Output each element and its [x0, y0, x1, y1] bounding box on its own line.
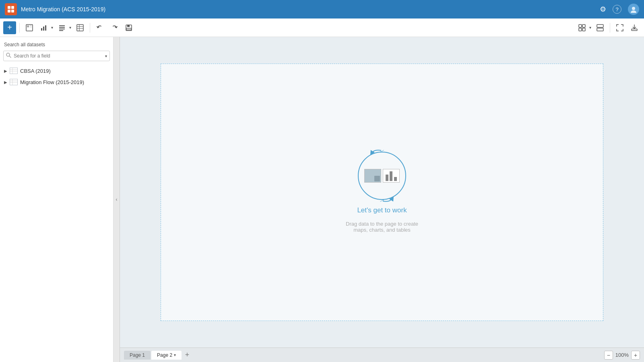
dataset-item-cbsa[interactable]: ▶ CBSA (2019)	[0, 65, 113, 76]
svg-rect-28	[597, 25, 603, 27]
list-arrow[interactable]: ▾	[68, 25, 72, 31]
svg-rect-17	[77, 25, 83, 31]
svg-rect-9	[30, 27, 32, 27]
svg-rect-27	[582, 28, 585, 31]
layout1-arrow[interactable]: ▾	[588, 25, 592, 31]
svg-rect-30	[632, 29, 637, 31]
svg-rect-12	[45, 25, 46, 31]
svg-rect-40	[10, 79, 17, 85]
add-button[interactable]: +	[3, 21, 16, 34]
svg-rect-24	[579, 25, 582, 27]
chart-thumbnail	[383, 169, 400, 183]
table-button[interactable]	[74, 21, 87, 34]
toolbar: + ▾ ▾ ▾	[0, 19, 644, 37]
zoom-out-button[interactable]: −	[604, 351, 613, 360]
page-tab-2[interactable]: Page 2 ▾	[151, 351, 182, 360]
list-button[interactable]	[56, 21, 68, 34]
main-layout: Search all datasets ▾ ▶ CBSA (2019) ▶ Mi…	[0, 37, 644, 362]
zoom-level: 100%	[615, 352, 629, 358]
chart-arrow[interactable]: ▾	[50, 25, 54, 31]
chart-button-group[interactable]: ▾	[37, 21, 54, 34]
layout1-button[interactable]	[576, 21, 588, 34]
svg-rect-15	[59, 29, 65, 29]
svg-rect-8	[30, 25, 32, 26]
search-dropdown-arrow[interactable]: ▾	[105, 54, 107, 58]
dataset-icon-cbsa	[10, 68, 18, 74]
svg-point-4	[632, 7, 635, 10]
top-bar-icons: ⚙ ?	[600, 4, 639, 15]
export-button[interactable]	[628, 21, 641, 34]
page-tabs: Page 1 Page 2 ▾ + − 100% +	[120, 348, 644, 362]
separator-2	[90, 23, 90, 33]
dataset-item-migration[interactable]: ▶ Migration Flow (2015-2019)	[0, 76, 113, 88]
list-button-group[interactable]: ▾	[56, 21, 72, 34]
drag-circle	[358, 152, 406, 200]
svg-rect-3	[11, 10, 14, 12]
svg-rect-1	[11, 6, 14, 9]
dataset-name-migration: Migration Flow (2015-2019)	[20, 79, 84, 85]
zoom-in-button[interactable]: +	[631, 351, 640, 360]
svg-rect-14	[59, 27, 65, 28]
svg-point-5	[631, 10, 636, 13]
add-tab-button[interactable]: +	[182, 350, 192, 360]
expand-arrow-migration[interactable]: ▶	[4, 80, 7, 84]
svg-rect-23	[126, 28, 131, 30]
layout1-button-group[interactable]: ▾	[576, 21, 592, 34]
avatar[interactable]	[628, 4, 639, 15]
svg-line-33	[9, 56, 11, 58]
sidebar: Search all datasets ▾ ▶ CBSA (2019) ▶ Mi…	[0, 37, 114, 362]
separator-3	[610, 23, 610, 33]
svg-rect-35	[10, 68, 17, 74]
app-title: Metro Migration (ACS 2015-2019)	[21, 6, 596, 12]
canvas-area: Let's get to work Drag data to the page …	[120, 37, 644, 362]
svg-rect-0	[8, 6, 10, 9]
svg-rect-22	[127, 25, 130, 27]
svg-rect-11	[43, 27, 44, 31]
help-icon[interactable]: ?	[613, 5, 621, 14]
canvas-inner: Let's get to work Drag data to the page …	[120, 37, 644, 348]
svg-rect-2	[8, 10, 10, 12]
fit-button[interactable]	[613, 21, 626, 34]
search-input[interactable]	[14, 53, 103, 59]
drag-subtitle: Drag data to the page to createmaps, cha…	[346, 221, 418, 233]
svg-rect-10	[41, 28, 42, 31]
map-thumbnail	[364, 169, 381, 183]
card-button[interactable]	[23, 21, 36, 34]
toolbar-right: ▾	[576, 21, 641, 34]
top-bar: Metro Migration (ACS 2015-2019) ⚙ ?	[0, 0, 644, 19]
canvas-page: Let's get to work Drag data to the page …	[161, 64, 603, 321]
svg-rect-16	[59, 30, 63, 31]
save-button[interactable]	[122, 21, 135, 34]
page-tab-dropdown-arrow[interactable]: ▾	[174, 353, 176, 357]
undo-button[interactable]	[93, 21, 106, 34]
expand-arrow-cbsa[interactable]: ▶	[4, 69, 7, 73]
svg-rect-7	[27, 25, 29, 27]
svg-rect-13	[59, 25, 65, 26]
collapse-handle[interactable]: ‹	[114, 37, 120, 362]
search-box[interactable]: ▾	[3, 51, 110, 61]
drag-hint: Let's get to work Drag data to the page …	[346, 152, 418, 233]
layout2-button[interactable]	[594, 21, 607, 34]
sidebar-header: Search all datasets	[0, 37, 113, 51]
chart-button[interactable]	[37, 21, 50, 34]
svg-rect-25	[582, 25, 585, 27]
search-icon	[6, 53, 11, 59]
drag-title: Let's get to work	[357, 206, 407, 214]
separator-1	[19, 23, 20, 33]
svg-rect-29	[597, 28, 603, 31]
drag-icons	[364, 169, 400, 183]
dataset-name-cbsa: CBSA (2019)	[20, 68, 51, 74]
zoom-controls: − 100% +	[604, 351, 640, 360]
dataset-icon-migration	[10, 79, 18, 85]
page-tab-1[interactable]: Page 1	[124, 351, 151, 360]
app-logo	[5, 3, 17, 15]
redo-button[interactable]	[108, 21, 121, 34]
svg-rect-26	[579, 28, 582, 31]
settings-icon[interactable]: ⚙	[600, 5, 606, 14]
